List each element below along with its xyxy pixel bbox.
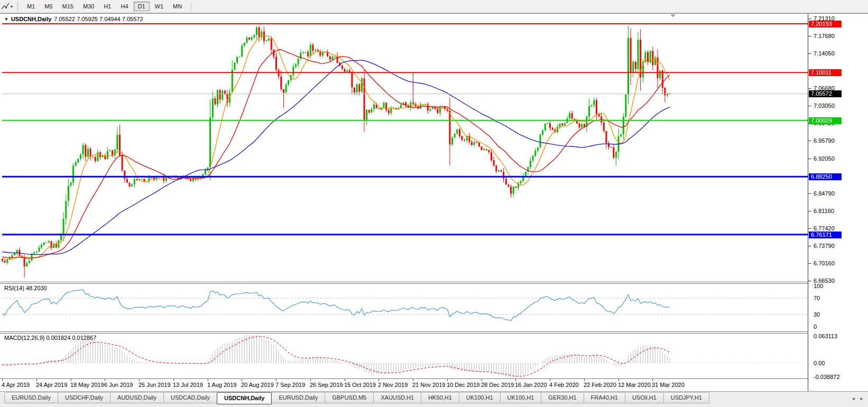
- date-tick-mark: [584, 379, 585, 381]
- price-tick-label: 6.73790: [814, 243, 835, 249]
- toolbar: ▾ M1M5M15M30H1H4D1W1MN: [0, 0, 868, 13]
- price-tick-mark: [808, 53, 811, 54]
- date-tick-mark: [276, 379, 276, 381]
- price-tick-label: 6.70160: [814, 260, 835, 266]
- tab-scroll-right-icon[interactable]: ►: [860, 396, 864, 401]
- date-tick-mark: [71, 379, 71, 381]
- chart-title: ▼ USDCNH,Daily 7.05522 7.05925 7.04944 7…: [4, 16, 143, 22]
- date-tick-mark: [413, 379, 413, 381]
- tab-usoil-h1[interactable]: USOil,H1: [625, 392, 664, 403]
- timeframe-button-w1[interactable]: W1: [151, 2, 168, 11]
- price-tick-label: 6.66530: [814, 278, 835, 284]
- price-tick-mark: [808, 141, 811, 141]
- chart-tab-bar: EURUSD,DailyUSDCHF,DailyAUDUSD,DailyUSDC…: [0, 391, 868, 407]
- timeframe-button-h1[interactable]: H1: [99, 2, 115, 11]
- price-tick-mark: [808, 159, 811, 159]
- tab-eurusd-daily[interactable]: EURUSD,Daily: [271, 392, 325, 403]
- tab-uk100-h1[interactable]: UK100,H1: [500, 392, 542, 403]
- chart-shift-marker-icon[interactable]: [670, 14, 676, 17]
- tab-usdcad-daily[interactable]: USDCAD,Daily: [163, 392, 217, 403]
- tab-hk50-h1[interactable]: HK50,H1: [421, 392, 459, 403]
- price-tick-label: 6.81160: [814, 208, 834, 214]
- collapse-triangle-icon[interactable]: ▼: [4, 17, 8, 22]
- tab-usdcnh-daily[interactable]: USDCNH,Daily: [217, 392, 272, 404]
- price-tick-label: 7.14050: [814, 50, 835, 57]
- timeframe-button-m1[interactable]: M1: [23, 2, 39, 11]
- price-tick-mark: [808, 88, 811, 89]
- date-tick-mark: [378, 379, 379, 381]
- date-label: 25 Jun 2019: [138, 382, 171, 388]
- date-tick-mark: [310, 379, 311, 381]
- date-tick-mark: [173, 379, 174, 381]
- price-tick-mark: [808, 36, 811, 36]
- tab-fra40-h1[interactable]: FRA40,H1: [584, 392, 625, 403]
- date-tick-mark: [208, 379, 208, 381]
- date-tick-mark: [652, 379, 653, 381]
- tab-xauusd-h1[interactable]: XAUUSD,H1: [373, 392, 421, 403]
- date-label: 24 Apr 2019: [36, 382, 67, 388]
- price-pane-canvas[interactable]: [0, 14, 808, 282]
- tab-scroll-left-icon[interactable]: ◄: [851, 396, 855, 401]
- date-label: 22 Feb 2020: [584, 382, 616, 388]
- tab-gbpusd-m5[interactable]: GBPUSD,M5: [325, 392, 374, 403]
- tab-eurusd-daily[interactable]: EURUSD,Daily: [4, 392, 58, 403]
- toolbar-divider: [191, 2, 191, 11]
- date-tick-mark: [550, 379, 550, 381]
- date-tick-mark: [345, 379, 345, 381]
- toolbar-grip[interactable]: [17, 2, 19, 11]
- date-label: 1 Aug 2019: [207, 382, 237, 388]
- timeframe-button-m30[interactable]: M30: [79, 2, 98, 11]
- date-label: 13 Jul 2019: [173, 382, 203, 388]
- timeframe-button-h4[interactable]: H4: [116, 2, 132, 11]
- timeframe-button-m15[interactable]: M15: [58, 2, 78, 11]
- price-axis[interactable]: 7.213107.176807.140507.066807.030506.994…: [808, 14, 868, 391]
- date-label: 21 Nov 2019: [412, 382, 445, 388]
- chart-tab-list: EURUSD,DailyUSDCHF,DailyAUDUSD,DailyUSDC…: [4, 392, 709, 404]
- timeframe-button-mn[interactable]: MN: [169, 2, 186, 11]
- level-price-badge: 7.10011: [809, 69, 842, 76]
- rsi-axis-label: 0: [814, 323, 817, 330]
- rsi-indicator-label: RSI(14) 48.2030: [4, 285, 47, 291]
- price-tick-mark: [808, 211, 811, 211]
- price-tick-mark: [808, 263, 811, 264]
- date-label: 28 Dec 2019: [481, 382, 514, 388]
- tab-audusd-daily[interactable]: AUDUSD,Daily: [110, 392, 164, 403]
- price-tick-label: 7.03050: [814, 103, 835, 109]
- tab-ger30-h1[interactable]: GER30,H1: [541, 392, 584, 403]
- timeframe-button-m5[interactable]: M5: [40, 2, 57, 11]
- date-label: 26 Sep 2019: [310, 382, 343, 388]
- level-price-badge: 6.76171: [809, 232, 842, 238]
- timeframe-button-d1[interactable]: D1: [134, 2, 150, 11]
- price-tick-label: 7.17680: [814, 33, 835, 39]
- tab-usdchf-daily[interactable]: USDCHF,Daily: [58, 392, 110, 403]
- tab-usdjpy-h1[interactable]: USDJPY,H1: [663, 392, 709, 403]
- price-tick-mark: [808, 193, 811, 194]
- rsi-axis-label: 30: [814, 311, 820, 318]
- date-label: 31 Mar 2020: [652, 382, 685, 388]
- level-price-badge: 7.20193: [809, 21, 842, 27]
- price-tick-mark: [808, 281, 811, 281]
- price-tick-mark: [808, 106, 811, 106]
- date-tick-mark: [139, 379, 140, 381]
- macd-indicator-label: MACD(12,26,9) 0.001824 0.012867: [4, 335, 96, 341]
- date-label: 6 Jun 2019: [104, 382, 133, 388]
- tab-uk100-h1[interactable]: UK100,H1: [459, 392, 501, 403]
- price-tick-label: 6.77420: [814, 225, 835, 232]
- price-tick-label: 6.92050: [814, 155, 835, 162]
- macd-pane-canvas[interactable]: [0, 333, 808, 378]
- mt4-window: ▾ M1M5M15M30H1H4D1W1MN ▼ USDCNH,Daily 7.…: [0, 0, 868, 407]
- time-axis[interactable]: 4 Apr 201924 Apr 201918 May 20196 Jun 20…: [0, 379, 808, 391]
- date-label: 18 May 2019: [70, 382, 104, 388]
- chevron-down-icon[interactable]: ▾: [11, 4, 13, 9]
- date-label: 16 Jan 2020: [515, 382, 547, 388]
- timeframe-buttons: M1M5M15M30H1H4D1W1MN: [22, 2, 187, 11]
- rsi-pane-canvas[interactable]: [0, 283, 808, 331]
- date-label: 10 Dec 2019: [447, 382, 479, 388]
- level-price-badge: 6.88250: [809, 173, 842, 180]
- drawing-tool-icon[interactable]: [0, 2, 11, 11]
- current-price-badge: 7.05572: [809, 90, 842, 97]
- macd-axis-label: -0.038872: [814, 374, 840, 380]
- macd-axis-label: 0.00: [814, 360, 825, 366]
- date-tick-mark: [618, 379, 619, 381]
- tab-scroll-arrows: ◄ ►: [851, 396, 864, 401]
